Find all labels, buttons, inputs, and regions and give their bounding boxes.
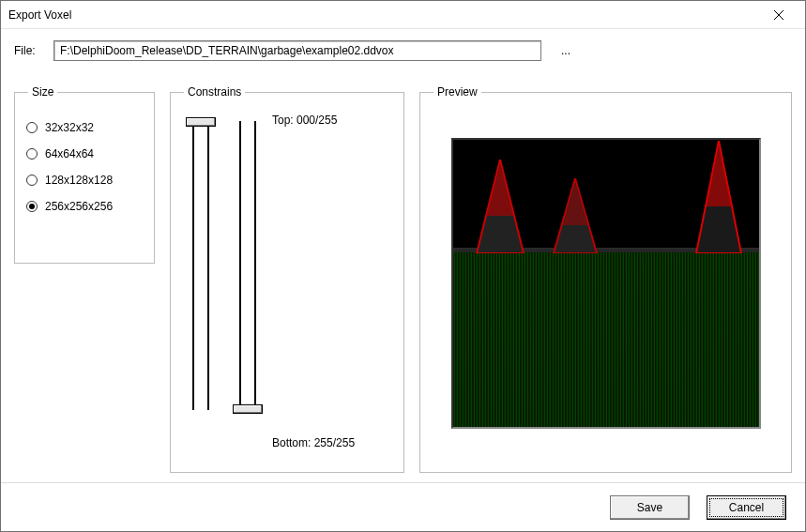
size-option-64[interactable]: 64x64x64: [26, 147, 143, 160]
size-legend: Size: [28, 85, 57, 99]
preview-group: Preview: [419, 85, 792, 473]
radio-icon: [26, 201, 38, 212]
close-button[interactable]: [760, 2, 798, 28]
radio-icon: [26, 148, 38, 160]
save-button[interactable]: Save: [610, 495, 690, 520]
radio-icon: [26, 122, 38, 133]
file-row: File: ...: [1, 29, 805, 61]
constrains-legend: Constrains: [184, 85, 245, 99]
radio-icon: [26, 175, 38, 186]
constrain-slider-top[interactable]: [186, 115, 214, 416]
size-option-label: 64x64x64: [45, 147, 94, 160]
slider-track: [192, 121, 209, 410]
slider-track: [239, 121, 256, 410]
size-option-32[interactable]: 32x32x32: [26, 121, 143, 134]
constrain-labels: Top: 000/255 Bottom: 255/255: [272, 108, 355, 459]
file-label: File:: [14, 44, 40, 57]
svg-marker-5: [563, 183, 587, 225]
file-browse-button[interactable]: ...: [555, 40, 577, 61]
size-option-256[interactable]: 256x256x256: [26, 200, 143, 213]
size-option-label: 128x128x128: [45, 174, 113, 187]
preview-image: [451, 138, 761, 429]
cancel-button[interactable]: Cancel: [707, 495, 786, 520]
window-title: Export Voxel: [8, 8, 760, 22]
size-option-label: 32x32x32: [45, 121, 94, 134]
constrains-group: Constrains Top: 000/255 Bottom: 255/255: [170, 85, 404, 473]
slider-thumb[interactable]: [233, 404, 263, 414]
constrain-top-label: Top: 000/255: [272, 114, 355, 127]
titlebar: Export Voxel: [1, 1, 805, 29]
content-area: Size 32x32x32 64x64x64 128x128x128 256x2…: [1, 61, 805, 482]
constrain-slider-bottom[interactable]: [233, 115, 261, 416]
svg-marker-3: [486, 164, 514, 216]
export-voxel-window: Export Voxel File: ... Size 32x32x32 64x…: [0, 0, 806, 532]
size-option-128[interactable]: 128x128x128: [26, 174, 143, 187]
constrain-bottom-label: Bottom: 255/255: [272, 436, 355, 449]
size-group: Size 32x32x32 64x64x64 128x128x128 256x2…: [14, 85, 155, 264]
svg-marker-7: [706, 144, 732, 206]
button-row: Save Cancel: [1, 482, 805, 531]
file-path-input[interactable]: [53, 40, 541, 61]
preview-legend: Preview: [433, 85, 481, 99]
slider-thumb[interactable]: [186, 117, 216, 127]
close-icon: [774, 10, 783, 20]
size-option-label: 256x256x256: [45, 200, 113, 213]
